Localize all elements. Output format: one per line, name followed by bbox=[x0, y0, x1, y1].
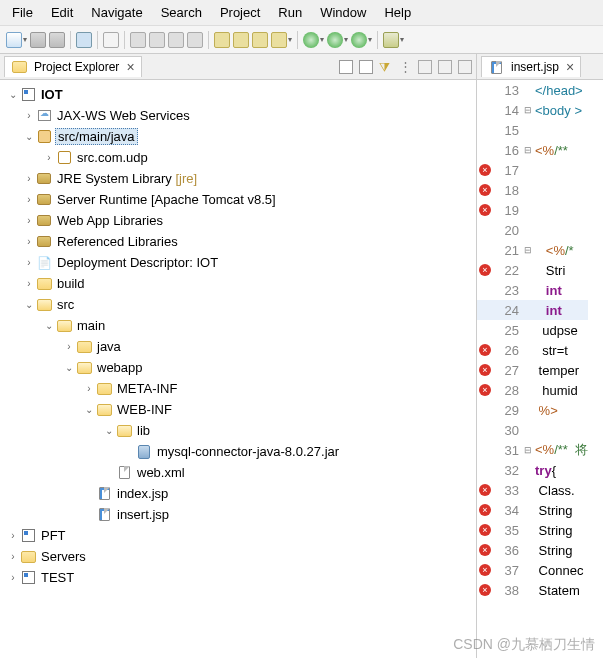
node-webapp[interactable]: ⌄webapp bbox=[2, 357, 474, 378]
node-src-main-java[interactable]: ⌄src/main/java bbox=[2, 126, 474, 147]
project-test[interactable]: ›TEST bbox=[2, 567, 474, 588]
node-lib[interactable]: ⌄lib bbox=[2, 420, 474, 441]
line-number: 26 bbox=[493, 343, 523, 358]
menu-edit[interactable]: Edit bbox=[43, 2, 81, 23]
code-text: Statem bbox=[533, 583, 580, 598]
line-number: 33 bbox=[493, 483, 523, 498]
stop-icon[interactable] bbox=[168, 32, 184, 48]
project-iot[interactable]: ⌄IOT bbox=[2, 84, 474, 105]
skip-icon[interactable] bbox=[103, 32, 119, 48]
menu-project[interactable]: Project bbox=[212, 2, 268, 23]
code-line[interactable]: ×22 Stri bbox=[477, 260, 588, 280]
code-line[interactable]: ×17 bbox=[477, 160, 588, 180]
project-servers[interactable]: ›Servers bbox=[2, 546, 474, 567]
code-line[interactable]: ×26 str=t bbox=[477, 340, 588, 360]
minimize-icon[interactable] bbox=[438, 60, 452, 74]
code-line[interactable]: ×18 bbox=[477, 180, 588, 200]
close-icon[interactable]: × bbox=[126, 59, 134, 75]
explorer-tab[interactable]: Project Explorer × bbox=[4, 56, 142, 77]
filter-icon[interactable]: ⧩ bbox=[379, 60, 393, 74]
code-line[interactable]: ×35 String bbox=[477, 520, 588, 540]
node-webxml[interactable]: web.xml bbox=[2, 462, 474, 483]
node-deploy-desc[interactable]: ›📄Deployment Descriptor: IOT bbox=[2, 252, 474, 273]
node-mysql-jar[interactable]: mysql-connector-java-8.0.27.jar bbox=[2, 441, 474, 462]
code-line[interactable]: 15 bbox=[477, 120, 588, 140]
code-line[interactable]: 25 udpse bbox=[477, 320, 588, 340]
link-editor-icon[interactable] bbox=[359, 60, 373, 74]
node-src-com-udp[interactable]: ›src.com.udp bbox=[2, 147, 474, 168]
line-number: 38 bbox=[493, 583, 523, 598]
code-line[interactable]: 20 bbox=[477, 220, 588, 240]
run-icon[interactable] bbox=[327, 32, 343, 48]
code-line[interactable]: ×37 Connec bbox=[477, 560, 588, 580]
code-line[interactable]: ×27 temper bbox=[477, 360, 588, 380]
menu-search[interactable]: Search bbox=[153, 2, 210, 23]
code-line[interactable]: 21⊟ <%/* bbox=[477, 240, 588, 260]
editor-tab-insert[interactable]: insert.jsp × bbox=[481, 56, 581, 77]
project-pft[interactable]: ›PFT bbox=[2, 525, 474, 546]
node-main[interactable]: ⌄main bbox=[2, 315, 474, 336]
code-line[interactable]: 32try{ bbox=[477, 460, 588, 480]
node-tomcat[interactable]: ›Server Runtime [Apache Tomcat v8.5] bbox=[2, 189, 474, 210]
project-tree[interactable]: ⌄IOT ›JAX-WS Web Services ⌄src/main/java… bbox=[0, 80, 476, 658]
node-build[interactable]: ›build bbox=[2, 273, 474, 294]
view-menu-icon[interactable] bbox=[418, 60, 432, 74]
code-line[interactable]: 14⊟<body > bbox=[477, 100, 588, 120]
code-line[interactable]: ×36 String bbox=[477, 540, 588, 560]
code-line[interactable]: ×33 Class. bbox=[477, 480, 588, 500]
fold-icon[interactable]: ⊟ bbox=[523, 105, 533, 115]
fold-icon[interactable]: ⊟ bbox=[523, 445, 533, 455]
resume-icon[interactable] bbox=[130, 32, 146, 48]
save-all-icon[interactable] bbox=[49, 32, 65, 48]
menu-help[interactable]: Help bbox=[376, 2, 419, 23]
pause-icon[interactable] bbox=[149, 32, 165, 48]
code-line[interactable]: ×38 Statem bbox=[477, 580, 588, 600]
code-line[interactable]: ×28 humid bbox=[477, 380, 588, 400]
node-src[interactable]: ⌄src bbox=[2, 294, 474, 315]
disconnect-icon[interactable] bbox=[187, 32, 203, 48]
node-java[interactable]: ›java bbox=[2, 336, 474, 357]
code-text: <body > bbox=[533, 103, 582, 118]
maximize-icon[interactable] bbox=[458, 60, 472, 74]
step-over-icon[interactable] bbox=[233, 32, 249, 48]
code-line[interactable]: 13</head> bbox=[477, 80, 588, 100]
code-line[interactable]: ×34 String bbox=[477, 500, 588, 520]
error-icon: × bbox=[479, 364, 491, 376]
debug-icon[interactable] bbox=[303, 32, 319, 48]
menu-window[interactable]: Window bbox=[312, 2, 374, 23]
step-into-icon[interactable] bbox=[214, 32, 230, 48]
node-indexjsp[interactable]: index.jsp bbox=[2, 483, 474, 504]
line-number: 13 bbox=[493, 83, 523, 98]
fold-icon[interactable]: ⊟ bbox=[523, 245, 533, 255]
node-jaxws[interactable]: ›JAX-WS Web Services bbox=[2, 105, 474, 126]
code-editor[interactable]: 13</head>14⊟<body >1516⊟<%/** ×17×18×192… bbox=[477, 80, 603, 658]
code-line[interactable]: ×19 bbox=[477, 200, 588, 220]
toggle-icon[interactable] bbox=[76, 32, 92, 48]
node-jre[interactable]: ›JRE System Library [jre] bbox=[2, 168, 474, 189]
code-line[interactable]: 29 %> bbox=[477, 400, 588, 420]
node-webapp-lib[interactable]: ›Web App Libraries bbox=[2, 210, 474, 231]
code-line[interactable]: 31⊟<%/** 将 bbox=[477, 440, 588, 460]
code-line[interactable]: 23 int bbox=[477, 280, 588, 300]
code-text: temper bbox=[533, 363, 579, 378]
code-line[interactable]: 16⊟<%/** bbox=[477, 140, 588, 160]
new-server-icon[interactable] bbox=[383, 32, 399, 48]
new-icon[interactable] bbox=[6, 32, 22, 48]
node-webinf[interactable]: ⌄WEB-INF bbox=[2, 399, 474, 420]
node-ref-lib[interactable]: ›Referenced Libraries bbox=[2, 231, 474, 252]
fold-icon[interactable]: ⊟ bbox=[523, 145, 533, 155]
code-line[interactable]: 30 bbox=[477, 420, 588, 440]
menu-run[interactable]: Run bbox=[270, 2, 310, 23]
menu-navigate[interactable]: Navigate bbox=[83, 2, 150, 23]
node-insertjsp[interactable]: insert.jsp bbox=[2, 504, 474, 525]
step-return-icon[interactable] bbox=[252, 32, 268, 48]
drop-frame-icon[interactable] bbox=[271, 32, 287, 48]
save-icon[interactable] bbox=[30, 32, 46, 48]
menu-file[interactable]: File bbox=[4, 2, 41, 23]
line-number: 27 bbox=[493, 363, 523, 378]
code-line[interactable]: 24 int bbox=[477, 300, 588, 320]
collapse-all-icon[interactable] bbox=[339, 60, 353, 74]
node-metainf[interactable]: ›META-INF bbox=[2, 378, 474, 399]
run-server-icon[interactable] bbox=[351, 32, 367, 48]
close-icon[interactable]: × bbox=[566, 59, 574, 75]
